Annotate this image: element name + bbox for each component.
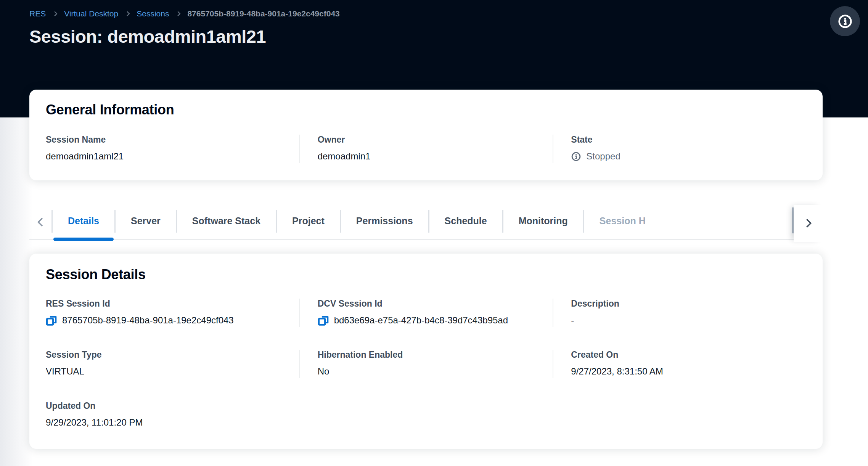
breadcrumb-link-virtual-desktop[interactable]: Virtual Desktop — [64, 9, 118, 18]
field-hibernation-enabled: Hibernation Enabled No — [299, 350, 553, 378]
field-label: State — [571, 135, 789, 145]
field-label: Description — [571, 299, 789, 309]
content-area: General Information Session Name demoadm… — [0, 90, 868, 449]
general-information-grid: Session Name demoadmin1aml21 Owner demoa… — [46, 135, 806, 163]
field-value: demoadmin1aml21 — [46, 150, 283, 163]
tab-server[interactable]: Server — [116, 206, 176, 239]
chevron-left-icon — [37, 217, 46, 227]
copy-button[interactable] — [46, 315, 57, 326]
field-value: bd63e69a-e75a-427b-b4c8-39d7c43b95ad — [318, 314, 536, 327]
field-value: demoadmin1 — [318, 150, 536, 163]
tab-schedule[interactable]: Schedule — [429, 206, 502, 239]
field-label: Created On — [571, 350, 789, 360]
breadcrumb-current-session-id: 8765705b-8919-48ba-901a-19e2c49cf043 — [187, 9, 339, 18]
tab-software-stack[interactable]: Software Stack — [177, 206, 276, 239]
chevron-right-icon — [52, 11, 58, 16]
chevron-right-icon — [802, 219, 812, 228]
info-button[interactable] — [830, 6, 860, 36]
field-label: Session Name — [46, 135, 283, 145]
info-icon — [837, 13, 854, 30]
field-value: 9/29/2023, 11:01:20 PM — [46, 416, 283, 429]
status-info-icon — [571, 151, 581, 162]
chevron-right-icon — [125, 11, 130, 16]
field-label: Updated On — [46, 401, 283, 411]
breadcrumb-link-sessions[interactable]: Sessions — [137, 9, 169, 18]
field-label: Session Type — [46, 350, 283, 360]
res-session-id-value: 8765705b-8919-48ba-901a-19e2c49cf043 — [62, 315, 234, 326]
tab-permissions[interactable]: Permissions — [341, 206, 428, 239]
tabs-scroll-left-button[interactable] — [29, 206, 51, 239]
field-label: DCV Session Id — [318, 299, 536, 309]
copy-button[interactable] — [318, 315, 329, 326]
session-detail-page: RES Virtual Desktop Sessions 8765705b-89… — [0, 0, 868, 466]
general-information-card: General Information Session Name demoadm… — [29, 90, 823, 180]
dcv-session-id-value: bd63e69a-e75a-427b-b4c8-39d7c43b95ad — [334, 315, 508, 326]
field-session-type: Session Type VIRTUAL — [46, 350, 299, 378]
empty-cell — [553, 401, 806, 429]
tab-project[interactable]: Project — [277, 206, 340, 239]
field-value: VIRTUAL — [46, 365, 283, 378]
field-dcv-session-id: DCV Session Id bd63e69a-e75a-427b-b4c8-3… — [299, 299, 553, 327]
tab-session-history[interactable]: Session H — [584, 206, 661, 239]
field-description: Description - — [553, 299, 806, 327]
tab-monitoring[interactable]: Monitoring — [503, 206, 583, 239]
field-res-session-id: RES Session Id 8765705b-8919-48ba-901a-1… — [46, 299, 299, 327]
page-title: Session: demoadmin1aml21 — [29, 26, 266, 47]
field-value: 8765705b-8919-48ba-901a-19e2c49cf043 — [46, 314, 283, 327]
empty-cell — [299, 401, 553, 429]
field-state: State Stopped — [553, 135, 806, 163]
status-badge: Stopped — [571, 150, 789, 163]
state-text: Stopped — [586, 151, 620, 162]
chevron-right-icon — [175, 11, 181, 16]
field-value: - — [571, 314, 789, 327]
field-value: No — [318, 365, 536, 378]
general-information-heading: General Information — [46, 102, 806, 118]
session-details-card: Session Details RES Session Id — [29, 254, 823, 449]
field-label: Hibernation Enabled — [318, 350, 536, 360]
field-value: 9/27/2023, 8:31:50 AM — [571, 365, 789, 378]
copy-icon — [318, 315, 329, 326]
field-owner: Owner demoadmin1 — [299, 135, 553, 163]
field-label: RES Session Id — [46, 299, 283, 309]
field-session-name: Session Name demoadmin1aml21 — [46, 135, 299, 163]
session-details-heading: Session Details — [46, 267, 806, 283]
session-details-grid: RES Session Id 8765705b-8919-48ba-901a-1… — [46, 299, 806, 429]
field-label: Owner — [318, 135, 536, 145]
session-tabs: Details Server Software Stack Project Pe… — [29, 206, 823, 240]
field-created-on: Created On 9/27/2023, 8:31:50 AM — [553, 350, 806, 378]
breadcrumb-link-res[interactable]: RES — [29, 9, 46, 18]
breadcrumb: RES Virtual Desktop Sessions 8765705b-89… — [29, 9, 340, 18]
copy-icon — [46, 315, 57, 326]
tab-details[interactable]: Details — [53, 206, 114, 239]
tabs-scroll-right-button[interactable] — [794, 205, 823, 242]
field-updated-on: Updated On 9/29/2023, 11:01:20 PM — [46, 401, 299, 429]
